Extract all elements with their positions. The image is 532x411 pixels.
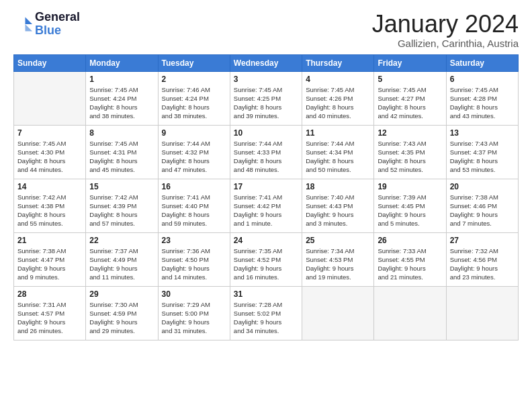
- day-number: 10: [234, 128, 298, 138]
- day-number: 29: [89, 289, 154, 299]
- day-info: Sunrise: 7:33 AM Sunset: 4:55 PM Dayligh…: [378, 246, 442, 282]
- day-info: Sunrise: 7:41 AM Sunset: 4:40 PM Dayligh…: [162, 193, 226, 228]
- day-number: 25: [306, 236, 370, 245]
- calendar-week-row: 7Sunrise: 7:45 AM Sunset: 4:30 PM Daylig…: [14, 125, 519, 179]
- calendar-week-row: 1Sunrise: 7:45 AM Sunset: 4:24 PM Daylig…: [14, 71, 519, 125]
- calendar-cell: 17Sunrise: 7:41 AM Sunset: 4:42 PM Dayli…: [230, 179, 302, 232]
- weekday-header: Sunday: [14, 54, 86, 71]
- day-info: Sunrise: 7:45 AM Sunset: 4:31 PM Dayligh…: [89, 139, 154, 175]
- calendar-cell: [302, 286, 374, 340]
- month-title: January 2024: [372, 11, 519, 38]
- day-number: 17: [234, 182, 298, 191]
- day-number: 23: [162, 236, 226, 245]
- calendar-cell: 5Sunrise: 7:45 AM Sunset: 4:27 PM Daylig…: [374, 71, 446, 125]
- logo-line2: Blue: [35, 24, 61, 37]
- day-number: 6: [450, 75, 515, 84]
- calendar-cell: 8Sunrise: 7:45 AM Sunset: 4:31 PM Daylig…: [86, 125, 158, 179]
- calendar-table: SundayMondayTuesdayWednesdayThursdayFrid…: [13, 54, 519, 340]
- weekday-header: Wednesday: [230, 54, 302, 71]
- day-number: 24: [234, 236, 298, 245]
- day-info: Sunrise: 7:45 AM Sunset: 4:27 PM Dayligh…: [378, 85, 442, 121]
- weekday-header: Tuesday: [158, 54, 230, 71]
- calendar-cell: 6Sunrise: 7:45 AM Sunset: 4:28 PM Daylig…: [446, 71, 518, 125]
- day-info: Sunrise: 7:46 AM Sunset: 4:24 PM Dayligh…: [162, 85, 226, 121]
- calendar-cell: 22Sunrise: 7:37 AM Sunset: 4:49 PM Dayli…: [86, 232, 158, 286]
- day-info: Sunrise: 7:41 AM Sunset: 4:42 PM Dayligh…: [234, 193, 298, 228]
- day-number: 31: [234, 289, 298, 299]
- weekday-header: Friday: [374, 54, 446, 71]
- day-info: Sunrise: 7:37 AM Sunset: 4:49 PM Dayligh…: [89, 246, 154, 282]
- day-info: Sunrise: 7:32 AM Sunset: 4:56 PM Dayligh…: [450, 246, 515, 282]
- calendar-cell: 1Sunrise: 7:45 AM Sunset: 4:24 PM Daylig…: [86, 71, 158, 125]
- day-number: 28: [17, 289, 82, 299]
- day-number: 2: [162, 75, 226, 84]
- day-number: 26: [378, 236, 442, 245]
- day-info: Sunrise: 7:42 AM Sunset: 4:38 PM Dayligh…: [17, 193, 82, 228]
- day-number: 14: [17, 182, 82, 191]
- weekday-header: Saturday: [446, 54, 518, 71]
- svg-marker-1: [26, 17, 33, 24]
- calendar-cell: 26Sunrise: 7:33 AM Sunset: 4:55 PM Dayli…: [374, 232, 446, 286]
- day-number: 15: [89, 182, 154, 191]
- day-info: Sunrise: 7:29 AM Sunset: 5:00 PM Dayligh…: [162, 300, 226, 336]
- day-info: Sunrise: 7:34 AM Sunset: 4:53 PM Dayligh…: [306, 246, 370, 282]
- day-number: 21: [17, 236, 82, 245]
- calendar-week-row: 14Sunrise: 7:42 AM Sunset: 4:38 PM Dayli…: [14, 179, 519, 232]
- calendar-cell: 19Sunrise: 7:39 AM Sunset: 4:45 PM Dayli…: [374, 179, 446, 232]
- day-number: 7: [17, 128, 82, 138]
- header: General Blue January 2024 Gallizien, Car…: [13, 11, 519, 49]
- logo: General Blue: [13, 11, 80, 38]
- calendar-cell: 3Sunrise: 7:45 AM Sunset: 4:25 PM Daylig…: [230, 71, 302, 125]
- day-number: 1: [89, 75, 154, 84]
- calendar-cell: 20Sunrise: 7:38 AM Sunset: 4:46 PM Dayli…: [446, 179, 518, 232]
- day-info: Sunrise: 7:39 AM Sunset: 4:45 PM Dayligh…: [378, 193, 442, 228]
- day-info: Sunrise: 7:45 AM Sunset: 4:25 PM Dayligh…: [234, 85, 298, 121]
- calendar-cell: 7Sunrise: 7:45 AM Sunset: 4:30 PM Daylig…: [14, 125, 86, 179]
- calendar-cell: 23Sunrise: 7:36 AM Sunset: 4:50 PM Dayli…: [158, 232, 230, 286]
- calendar-cell: 13Sunrise: 7:43 AM Sunset: 4:37 PM Dayli…: [446, 125, 518, 179]
- weekday-header: Thursday: [302, 54, 374, 71]
- logo-line1: General: [35, 10, 80, 24]
- calendar-cell: 4Sunrise: 7:45 AM Sunset: 4:26 PM Daylig…: [302, 71, 374, 125]
- calendar-cell: 9Sunrise: 7:44 AM Sunset: 4:32 PM Daylig…: [158, 125, 230, 179]
- day-info: Sunrise: 7:45 AM Sunset: 4:24 PM Dayligh…: [89, 85, 154, 121]
- weekday-header-row: SundayMondayTuesdayWednesdayThursdayFrid…: [14, 54, 519, 71]
- calendar-cell: 25Sunrise: 7:34 AM Sunset: 4:53 PM Dayli…: [302, 232, 374, 286]
- calendar-cell: 18Sunrise: 7:40 AM Sunset: 4:43 PM Dayli…: [302, 179, 374, 232]
- svg-marker-2: [26, 24, 33, 32]
- day-info: Sunrise: 7:45 AM Sunset: 4:26 PM Dayligh…: [306, 85, 370, 121]
- day-number: 20: [450, 182, 515, 191]
- calendar-cell: [374, 286, 446, 340]
- calendar-cell: 30Sunrise: 7:29 AM Sunset: 5:00 PM Dayli…: [158, 286, 230, 340]
- calendar-cell: 29Sunrise: 7:30 AM Sunset: 4:59 PM Dayli…: [86, 286, 158, 340]
- calendar-cell: [14, 71, 86, 125]
- day-number: 9: [162, 128, 226, 138]
- day-info: Sunrise: 7:44 AM Sunset: 4:33 PM Dayligh…: [234, 139, 298, 175]
- day-info: Sunrise: 7:44 AM Sunset: 4:32 PM Dayligh…: [162, 139, 226, 175]
- day-number: 27: [450, 236, 515, 245]
- day-info: Sunrise: 7:43 AM Sunset: 4:35 PM Dayligh…: [378, 139, 442, 175]
- day-number: 19: [378, 182, 442, 191]
- calendar-cell: 2Sunrise: 7:46 AM Sunset: 4:24 PM Daylig…: [158, 71, 230, 125]
- day-number: 12: [378, 128, 442, 138]
- day-number: 11: [306, 128, 370, 138]
- day-info: Sunrise: 7:36 AM Sunset: 4:50 PM Dayligh…: [162, 246, 226, 282]
- day-info: Sunrise: 7:31 AM Sunset: 4:57 PM Dayligh…: [17, 300, 82, 336]
- day-number: 4: [306, 75, 370, 84]
- calendar-cell: 21Sunrise: 7:38 AM Sunset: 4:47 PM Dayli…: [14, 232, 86, 286]
- calendar-cell: [446, 286, 518, 340]
- day-number: 5: [378, 75, 442, 84]
- day-info: Sunrise: 7:38 AM Sunset: 4:47 PM Dayligh…: [17, 246, 82, 282]
- calendar-cell: 11Sunrise: 7:44 AM Sunset: 4:34 PM Dayli…: [302, 125, 374, 179]
- day-number: 16: [162, 182, 226, 191]
- day-number: 3: [234, 75, 298, 84]
- day-info: Sunrise: 7:28 AM Sunset: 5:02 PM Dayligh…: [234, 300, 298, 336]
- calendar-cell: 16Sunrise: 7:41 AM Sunset: 4:40 PM Dayli…: [158, 179, 230, 232]
- calendar-week-row: 28Sunrise: 7:31 AM Sunset: 4:57 PM Dayli…: [14, 286, 519, 340]
- day-info: Sunrise: 7:40 AM Sunset: 4:43 PM Dayligh…: [306, 193, 370, 228]
- day-info: Sunrise: 7:42 AM Sunset: 4:39 PM Dayligh…: [89, 193, 154, 228]
- day-number: 18: [306, 182, 370, 191]
- day-number: 8: [89, 128, 154, 138]
- calendar-cell: 12Sunrise: 7:43 AM Sunset: 4:35 PM Dayli…: [374, 125, 446, 179]
- calendar-cell: 28Sunrise: 7:31 AM Sunset: 4:57 PM Dayli…: [14, 286, 86, 340]
